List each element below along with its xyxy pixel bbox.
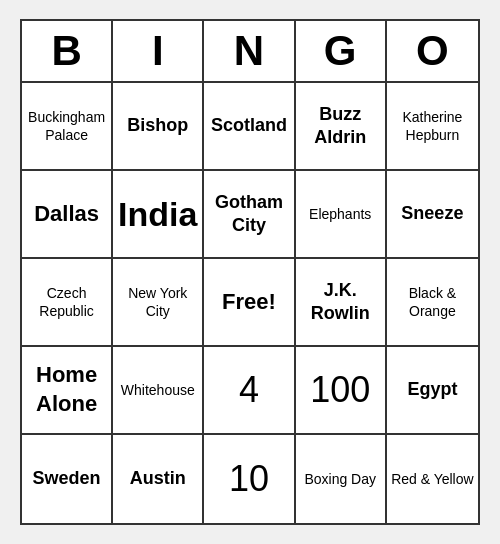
- bingo-cell-4: Katherine Hepburn: [387, 83, 478, 171]
- bingo-cell-11: New York City: [113, 259, 204, 347]
- bingo-cell-10: Czech Republic: [22, 259, 113, 347]
- bingo-cell-13: J.K. Rowlin: [296, 259, 387, 347]
- bingo-cell-2: Scotland: [204, 83, 295, 171]
- bingo-grid: Buckingham PalaceBishopScotlandBuzz Aldr…: [22, 83, 478, 523]
- bingo-cell-23: Boxing Day: [296, 435, 387, 523]
- bingo-cell-3: Buzz Aldrin: [296, 83, 387, 171]
- bingo-cell-1: Bishop: [113, 83, 204, 171]
- header-letter-o: O: [387, 21, 478, 81]
- header-letter-g: G: [296, 21, 387, 81]
- bingo-card: BINGO Buckingham PalaceBishopScotlandBuz…: [20, 19, 480, 525]
- bingo-cell-20: Sweden: [22, 435, 113, 523]
- bingo-cell-8: Elephants: [296, 171, 387, 259]
- bingo-cell-12: Free!: [204, 259, 295, 347]
- bingo-cell-22: 10: [204, 435, 295, 523]
- bingo-cell-16: Whitehouse: [113, 347, 204, 435]
- bingo-cell-6: India: [113, 171, 204, 259]
- bingo-cell-5: Dallas: [22, 171, 113, 259]
- bingo-cell-0: Buckingham Palace: [22, 83, 113, 171]
- bingo-cell-7: Gotham City: [204, 171, 295, 259]
- bingo-cell-19: Egypt: [387, 347, 478, 435]
- header-letter-n: N: [204, 21, 295, 81]
- bingo-cell-15: Home Alone: [22, 347, 113, 435]
- bingo-header: BINGO: [22, 21, 478, 83]
- bingo-cell-18: 100: [296, 347, 387, 435]
- bingo-cell-17: 4: [204, 347, 295, 435]
- bingo-cell-21: Austin: [113, 435, 204, 523]
- bingo-cell-9: Sneeze: [387, 171, 478, 259]
- header-letter-b: B: [22, 21, 113, 81]
- bingo-cell-14: Black & Orange: [387, 259, 478, 347]
- bingo-cell-24: Red & Yellow: [387, 435, 478, 523]
- header-letter-i: I: [113, 21, 204, 81]
